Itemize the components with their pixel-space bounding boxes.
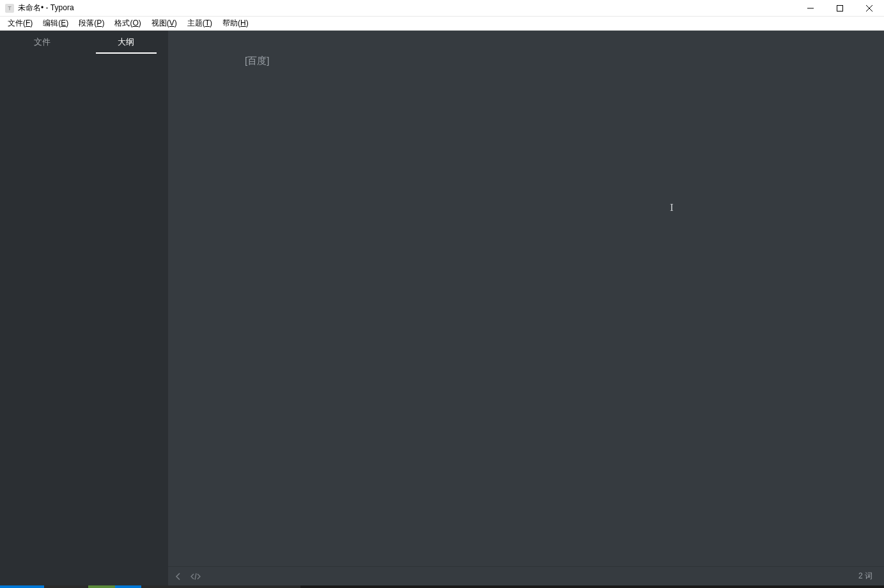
- svg-line-4: [195, 573, 196, 580]
- titlebar-left: T 未命名• - Typora: [5, 3, 74, 13]
- menu-paragraph[interactable]: 段落(P): [74, 17, 109, 30]
- taskbar-sliver: [0, 585, 884, 588]
- menu-label: 编辑: [43, 19, 58, 27]
- maximize-button[interactable]: [825, 0, 855, 16]
- sidebar-body: [0, 54, 168, 585]
- menu-label: 帮助: [222, 19, 238, 27]
- menu-view[interactable]: 视图(V): [146, 17, 182, 30]
- menu-hotkey: P: [97, 19, 102, 27]
- menu-label: 视图: [151, 19, 167, 27]
- menu-hotkey: T: [205, 19, 210, 27]
- text-cursor-icon: I: [670, 202, 671, 213]
- statusbar: 2 词: [168, 566, 884, 585]
- menu-label: 文件: [8, 19, 23, 27]
- minimize-icon: [807, 5, 814, 12]
- menu-hotkey: E: [61, 19, 66, 27]
- menu-edit[interactable]: 编辑(E): [38, 17, 74, 30]
- window-title: 未命名• - Typora: [18, 3, 74, 13]
- chevron-left-icon: [174, 573, 182, 580]
- editor-content[interactable]: [百度] I: [168, 31, 884, 566]
- menu-hotkey: F: [26, 19, 30, 27]
- menu-label: 段落: [79, 19, 94, 27]
- menu-help[interactable]: 帮助(H): [217, 17, 254, 30]
- close-button[interactable]: [855, 0, 884, 16]
- editor-text: [百度]: [245, 55, 269, 66]
- menubar: 文件(F) 编辑(E) 段落(P) 格式(O) 视图(V) 主题(T) 帮助(H…: [0, 17, 884, 31]
- titlebar: T 未命名• - Typora: [0, 0, 884, 17]
- sidebar-tab-label: 文件: [34, 36, 50, 48]
- menu-label: 主题: [187, 19, 203, 27]
- word-count[interactable]: 2 词: [858, 571, 872, 582]
- sidebar: 文件 大纲: [0, 31, 168, 585]
- svg-rect-1: [837, 5, 843, 11]
- maximize-icon: [837, 5, 843, 12]
- editor: [百度] I 2 词: [168, 31, 884, 585]
- sidebar-tabs: 文件 大纲: [0, 31, 168, 54]
- close-icon: [866, 5, 872, 12]
- menu-hotkey: V: [169, 19, 174, 27]
- back-button[interactable]: [174, 573, 182, 580]
- menu-label: 格式: [114, 19, 130, 27]
- menu-hotkey: H: [240, 19, 246, 27]
- menu-hotkey: O: [132, 19, 138, 27]
- minimize-button[interactable]: [796, 0, 825, 16]
- menu-format[interactable]: 格式(O): [109, 17, 146, 30]
- sidebar-tab-files[interactable]: 文件: [0, 31, 84, 54]
- source-code-toggle[interactable]: [190, 573, 201, 580]
- app-icon: T: [5, 4, 14, 13]
- code-icon: [190, 573, 201, 580]
- statusbar-left: [174, 573, 201, 580]
- app-icon-letter: T: [8, 5, 12, 12]
- menu-theme[interactable]: 主题(T): [182, 17, 217, 30]
- menu-file[interactable]: 文件(F): [3, 17, 38, 30]
- sidebar-tab-outline[interactable]: 大纲: [84, 31, 169, 54]
- window-controls: [796, 0, 884, 16]
- sidebar-tab-label: 大纲: [118, 36, 134, 48]
- main-content: 文件 大纲 [百度] I: [0, 31, 884, 585]
